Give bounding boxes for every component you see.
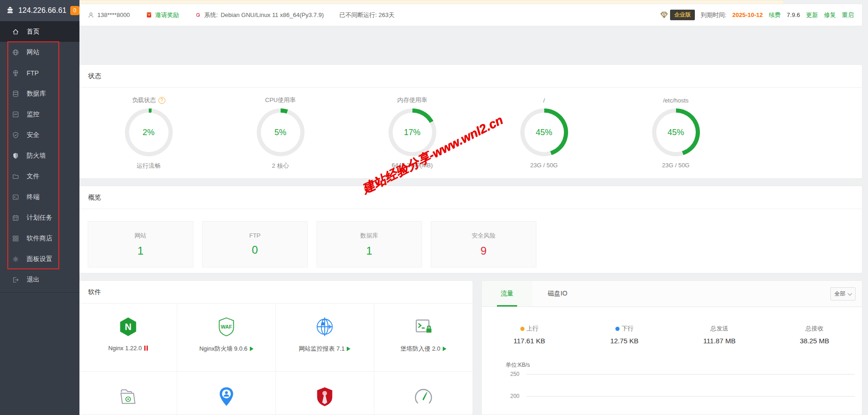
nginx-icon: N — [117, 316, 139, 338]
overview-section: 概览 网站 1 FTP 0 数据库 1 安全风险 9 — [79, 186, 862, 273]
sidebar-item-security[interactable]: 安全 — [0, 125, 79, 145]
pagoda-logo-icon — [6, 6, 15, 15]
renew-link[interactable]: 续费 — [769, 11, 781, 19]
app-cell-partial[interactable] — [374, 372, 473, 415]
sidebar-item-firewall[interactable]: 防火墙 — [0, 145, 79, 166]
monitor-target-icon — [314, 316, 336, 338]
firewall-shield-icon — [11, 152, 19, 159]
gauge-disk-hosts: /etc/hosts 45% 23G / 50G — [610, 96, 742, 170]
monitor-chart-icon — [11, 110, 19, 118]
logout-icon — [11, 276, 19, 284]
sidebar-item-logout[interactable]: 退出 — [0, 269, 79, 290]
shield-user-icon — [314, 386, 336, 408]
speedometer-icon — [412, 386, 434, 408]
system-info: 系统: Debian GNU/Linux 11 x86_64(Py3.7.9) — [195, 11, 324, 19]
sidebar-item-database[interactable]: 数据库 — [0, 83, 79, 104]
waf-shield-icon: WAF — [215, 316, 237, 338]
restart-link[interactable]: 重启 — [842, 11, 854, 19]
play-icon[interactable] — [347, 347, 350, 351]
sidebar-item-monitor[interactable]: 监控 — [0, 104, 79, 125]
overview-box-risk[interactable]: 安全风险 9 — [431, 221, 536, 267]
globe-icon — [11, 48, 19, 56]
app-site-report[interactable]: 网站监控报表 7.1 — [276, 304, 374, 372]
repair-link[interactable]: 修复 — [824, 11, 836, 19]
status-section: 状态 负载状态? 2% 运行流畅 CPU使用率 5% 2 核心 内存使用率 17… — [79, 64, 862, 179]
sidebar-item-files[interactable]: 文件 — [0, 166, 79, 187]
traffic-chart: 单位:KB/s 250 200 150 — [482, 358, 862, 415]
account-info[interactable]: 138****8000 — [87, 11, 130, 19]
diamond-icon — [659, 11, 669, 19]
bt-panel-dashboard: 124.226.66.61 0 首页 网站 FTP 数据库 监控 安全 — [0, 0, 868, 415]
load-gauge-ring: 2% — [125, 108, 173, 156]
status-title: 状态 — [79, 65, 862, 88]
app-cell-partial[interactable] — [79, 372, 177, 415]
stat-total-sent: 总发送 111.87 MB — [672, 324, 767, 345]
sidebar-divider — [0, 292, 79, 293]
traffic-tab-bar: 流量 磁盘IO 全部 — [482, 281, 862, 307]
gauge-disk-root: / 45% 23G / 50G — [478, 96, 610, 170]
database-icon — [11, 90, 19, 97]
update-link[interactable]: 更新 — [806, 11, 818, 19]
calendar-icon — [11, 214, 19, 222]
panel-logo-row: 124.226.66.61 0 — [0, 0, 79, 21]
software-title: 软件 — [79, 281, 473, 304]
app-grid-icon — [11, 234, 19, 242]
sidebar: 124.226.66.61 0 首页 网站 FTP 数据库 监控 安全 — [0, 0, 79, 415]
app-nginx[interactable]: N Nginx 1.22.0 — [79, 304, 177, 372]
sidebar-item-appstore[interactable]: 软件商店 — [0, 228, 79, 249]
pin-user-icon — [215, 386, 237, 408]
overview-title: 概览 — [79, 186, 862, 209]
chevron-down-icon — [848, 291, 852, 296]
chart-gridline: 250 — [482, 371, 855, 377]
stat-total-received: 总接收 38.25 MB — [767, 324, 862, 345]
sidebar-item-settings[interactable]: 面板设置 — [0, 249, 79, 269]
sidebar-item-cron[interactable]: 计划任务 — [0, 207, 79, 228]
gear-icon — [11, 255, 19, 263]
invite-reward-link[interactable]: 邀请奖励 — [146, 11, 179, 19]
tab-traffic[interactable]: 流量 — [482, 281, 532, 307]
gauge-cpu: CPU使用率 5% 2 核心 — [214, 96, 346, 170]
sidebar-item-site[interactable]: 网站 — [0, 42, 79, 63]
edition-badge[interactable]: 企业版 — [659, 10, 695, 20]
network-filter-select[interactable]: 全部 — [830, 287, 856, 301]
svg-text:N: N — [124, 322, 131, 332]
tab-disk-io[interactable]: 磁盘IO — [532, 281, 583, 307]
play-icon[interactable] — [443, 347, 446, 351]
app-cell-partial[interactable] — [177, 372, 276, 415]
server-ip: 124.226.66.61 — [18, 6, 67, 15]
expire-label: 到期时间: — [701, 11, 727, 19]
upstream-dot-icon — [520, 327, 524, 331]
uptime-info: 已不间断运行: 263天 — [339, 11, 395, 19]
app-intrusion[interactable]: 堡塔防入侵 2.0 — [374, 304, 473, 372]
sidebar-item-terminal[interactable]: 终端 — [0, 187, 79, 207]
terminal-lock-icon — [412, 316, 434, 338]
sidebar-item-ftp[interactable]: FTP — [0, 63, 79, 83]
red-packet-icon — [146, 11, 152, 18]
home-icon — [11, 28, 19, 35]
debian-icon — [195, 11, 202, 18]
shield-check-icon — [11, 131, 19, 139]
ftp-icon — [11, 69, 19, 77]
chart-unit-label: 单位:KB/s — [506, 361, 530, 369]
message-count-badge[interactable]: 0 — [70, 6, 79, 15]
pause-icon[interactable] — [144, 346, 148, 351]
terminal-icon — [11, 193, 19, 201]
overview-box-site[interactable]: 网站 1 — [88, 221, 193, 267]
overview-box-ftp[interactable]: FTP 0 — [202, 221, 308, 267]
app-nginx-waf[interactable]: WAF Nginx防火墙 9.0.6 — [177, 304, 276, 372]
play-icon[interactable] — [250, 347, 254, 351]
help-icon[interactable]: ? — [158, 97, 165, 104]
downstream-dot-icon — [615, 327, 620, 331]
sidebar-item-home[interactable]: 首页 — [0, 21, 79, 42]
stat-downstream: 下行 12.75 KB — [577, 324, 672, 345]
disk-root-gauge-ring: 45% — [520, 108, 568, 156]
top-bar: 138****8000 邀请奖励 系统: Debian GNU/Linux 11… — [79, 4, 862, 26]
app-cell-partial[interactable] — [276, 372, 374, 415]
folder-icon — [11, 172, 19, 180]
chart-gridline: 200 — [482, 393, 855, 399]
gauge-memory: 内存使用率 17% 644 / 3789(MB) — [346, 96, 478, 170]
traffic-section: 流量 磁盘IO 全部 上行 117.61 KB 下行 12.75 KB 总发送 … — [481, 280, 862, 415]
overview-box-database[interactable]: 数据库 1 — [316, 221, 422, 267]
gauge-load: 负载状态? 2% 运行流畅 — [83, 96, 214, 170]
traffic-stats: 上行 117.61 KB 下行 12.75 KB 总发送 111.87 MB 总… — [482, 324, 862, 345]
